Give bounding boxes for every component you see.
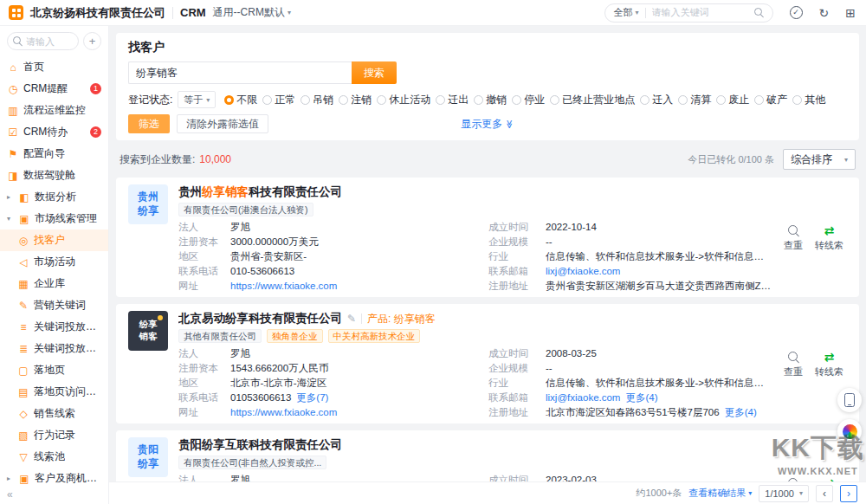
device-preview-button[interactable] xyxy=(837,388,862,412)
more-phones-link[interactable]: 更多(7) xyxy=(296,392,328,403)
exact-results-link[interactable]: 查看精确结果▾ xyxy=(688,487,752,500)
apps-grid-icon[interactable]: ⊞ xyxy=(845,7,856,19)
keyword-highlight: 纷享销客 xyxy=(202,185,249,198)
sidebar-menu: ⌂首页 ◷CRM提醒1 ▥流程运维监控 ☑CRM待办2 ⚑配置向导 ◨数据驾驶舱… xyxy=(0,55,108,504)
search-scope-select[interactable]: 全部 ▾ xyxy=(614,6,639,19)
show-more-link[interactable]: 显示更多≫ xyxy=(461,117,514,132)
sidebar-search-row: + xyxy=(0,26,108,55)
filter-buttons-row: 筛选 清除外露筛选值 显示更多≫ xyxy=(128,114,847,133)
sidebar-item-crm-todo[interactable]: ☑CRM待办2 xyxy=(0,121,108,143)
sidebar-item-config-wizard[interactable]: ⚑配置向导 xyxy=(0,143,108,165)
add-button[interactable]: + xyxy=(83,32,101,50)
clear-filters-button[interactable]: 清除外露筛选值 xyxy=(177,114,268,133)
company-card: 贵州纷享 贵州纷享销客科技有限责任公司 有限责任公司(港澳台法人独资) 法人罗旭… xyxy=(116,178,859,297)
radio-option[interactable]: 正常 xyxy=(262,93,295,107)
sort-value: 综合排序 xyxy=(791,152,832,167)
page-select[interactable]: 1/1000▾ xyxy=(759,485,809,502)
radio-option-unlimited[interactable]: 不限 xyxy=(224,93,257,107)
sidebar-item-landing-page[interactable]: ▢落地页 xyxy=(0,359,108,381)
edit-icon[interactable]: ✎ xyxy=(347,313,356,325)
sidebar-item-data-cockpit[interactable]: ◨数据驾驶舱 xyxy=(0,165,108,186)
radio-option[interactable]: 清算 xyxy=(678,93,711,107)
search-panel: 找客户 搜索 登记状态: 等于▾ 不限 正常 吊销 注销 休止活动 迁出 xyxy=(116,33,859,140)
sidebar-item-company-library[interactable]: ▦企业库 xyxy=(0,273,108,294)
sidebar-item-landing-visits[interactable]: ▤落地页访问明细 xyxy=(0,381,108,403)
global-search[interactable]: 全部 ▾ 请输入关键词 xyxy=(604,3,773,23)
page-icon: ▢ xyxy=(17,365,29,376)
dedupe-button[interactable]: 查重 xyxy=(784,352,803,378)
sidebar-item-process-monitor[interactable]: ▥流程运维监控 xyxy=(0,100,108,121)
sidebar-item-lead-pool[interactable]: ▽线索池 xyxy=(0,446,108,468)
radio-option[interactable]: 其他 xyxy=(792,93,825,107)
theme-wheel-button[interactable] xyxy=(837,419,862,443)
company-name-link[interactable]: 贵州纷享销客科技有限责任公司 xyxy=(178,184,342,200)
company-type-tag: 有限责任公司(港澳台法人独资) xyxy=(178,203,313,216)
company-name-link[interactable]: 贵阳纷享互联科技有限责任公司 xyxy=(178,437,342,453)
radio-option[interactable]: 迁入 xyxy=(640,93,673,107)
radio-option[interactable]: 停业 xyxy=(512,93,545,107)
global-search-placeholder: 请输入关键词 xyxy=(652,6,748,19)
prev-page-button[interactable]: ‹ xyxy=(816,485,833,502)
tablet-icon xyxy=(844,393,855,407)
chevron-double-down-icon: ≫ xyxy=(505,120,514,128)
dashboard-icon: ◨ xyxy=(7,171,19,181)
next-page-button[interactable]: › xyxy=(840,485,857,502)
to-lead-button[interactable]: ⇄转线索 xyxy=(815,225,843,252)
radio-option[interactable]: 已终止营业地点 xyxy=(550,93,635,107)
radio-option[interactable]: 休止活动 xyxy=(377,93,430,107)
website-link[interactable]: https://www.fxiaoke.com xyxy=(230,280,481,292)
keyword-input[interactable] xyxy=(128,61,352,84)
sidebar-collapse-button[interactable]: « xyxy=(7,488,13,501)
check-circle-icon[interactable]: ✓ xyxy=(790,6,803,19)
history-icon[interactable]: ↻ xyxy=(819,7,830,19)
more-addresses-link[interactable]: 更多(4) xyxy=(725,407,757,417)
sidebar-item-crm-reminder[interactable]: ◷CRM提醒1 xyxy=(0,78,108,100)
filter-button[interactable]: 筛选 xyxy=(128,114,170,133)
website-link[interactable]: https://www.fxiaoke.com xyxy=(230,406,481,418)
search-button[interactable]: 搜索 xyxy=(352,61,397,84)
workspace-switcher[interactable]: 通用--CRM默认 ▾ xyxy=(213,5,291,20)
search-icon xyxy=(788,352,799,363)
sidebar-item-market-activity[interactable]: ◁市场活动 xyxy=(0,251,108,273)
chevron-right-icon: ▸ xyxy=(7,475,14,482)
sidebar-item-home[interactable]: ⌂首页 xyxy=(0,56,108,78)
megaphone-icon: ◁ xyxy=(17,257,29,268)
email-link[interactable]: lixj@fxiaoke.com xyxy=(546,265,773,277)
approx-count: 约1000+条 xyxy=(636,487,682,500)
notification-badge: 1 xyxy=(90,83,101,94)
more-emails-link[interactable]: 更多(4) xyxy=(625,392,657,403)
sidebar-item-data-analysis[interactable]: ▸◧数据分析 xyxy=(0,186,108,208)
email-link[interactable]: lixj@fxiaoke.com xyxy=(546,392,620,403)
pool-icon: ▽ xyxy=(17,452,29,462)
sidebar-item-market-lead-mgmt[interactable]: ▾▣市场线索管理 xyxy=(0,208,108,229)
sidebar-item-customer-mgmt[interactable]: ▸▣客户及商机管理 xyxy=(0,468,108,489)
sidebar-item-keyword-detail[interactable]: ≣关键词投放明细 xyxy=(0,338,108,359)
sidebar-item-keyword-plan[interactable]: ≡关键词投放计划 xyxy=(0,316,108,338)
radio-option[interactable]: 吊销 xyxy=(301,93,333,107)
radio-icon xyxy=(754,95,764,105)
filter-label: 登记状态: xyxy=(128,93,172,107)
company-logo: 贵州纷享 xyxy=(128,184,168,224)
dedupe-button[interactable]: 查重 xyxy=(784,225,803,252)
radio-icon xyxy=(377,95,386,105)
sidebar-item-behavior-log[interactable]: ▧行为记录 xyxy=(0,424,108,446)
operator-select[interactable]: 等于▾ xyxy=(178,91,216,108)
to-lead-button[interactable]: ⇄转线索 xyxy=(815,352,843,378)
radio-option[interactable]: 撤销 xyxy=(474,93,507,107)
sidebar-item-marketing-keywords[interactable]: ✎营销关键词 xyxy=(0,294,108,316)
sidebar-item-sales-leads[interactable]: ◇销售线索 xyxy=(0,403,108,424)
building-icon: ▦ xyxy=(17,279,29,289)
sort-select[interactable]: 综合排序▾ xyxy=(783,149,856,170)
radio-option[interactable]: 破产 xyxy=(754,93,787,107)
product-label: 产品: 纷享销客 xyxy=(367,312,436,326)
radio-option[interactable]: 迁出 xyxy=(436,93,469,107)
workspace-label: 通用--CRM默认 xyxy=(213,5,285,20)
registration-status-filter: 登记状态: 等于▾ 不限 正常 吊销 注销 休止活动 迁出 撤销 停业 已终止营… xyxy=(128,91,847,108)
radio-option[interactable]: 注销 xyxy=(339,93,372,107)
radio-icon xyxy=(224,95,234,105)
radio-icon xyxy=(678,95,688,105)
sidebar-item-find-customer[interactable]: ◎找客户 xyxy=(0,229,108,251)
content-scroll-area[interactable]: 找客户 搜索 登记状态: 等于▾ 不限 正常 吊销 注销 休止活动 迁出 xyxy=(109,26,866,481)
radio-option[interactable]: 废止 xyxy=(716,93,749,107)
company-name-link[interactable]: 北京易动纷享科技有限责任公司 xyxy=(178,311,342,326)
